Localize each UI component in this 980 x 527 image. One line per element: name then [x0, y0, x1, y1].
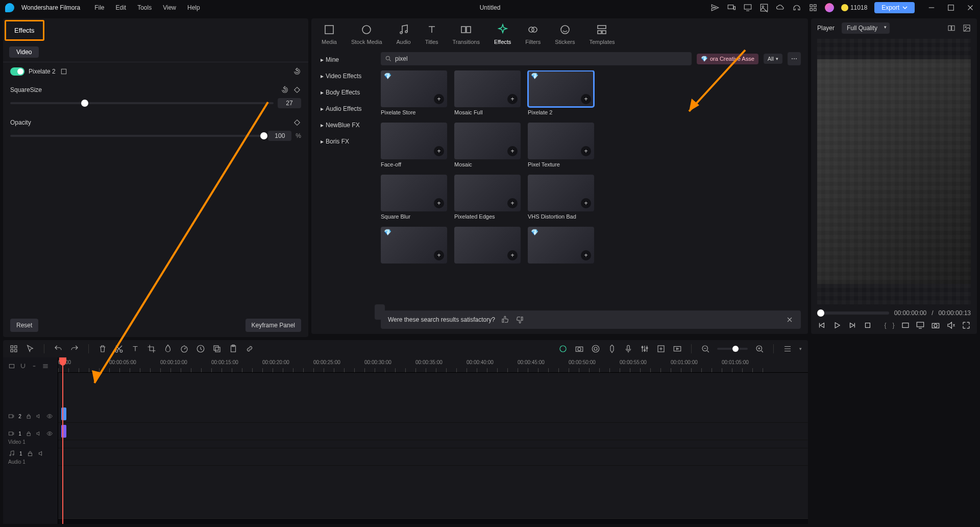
reset-effect-icon[interactable]	[293, 67, 301, 76]
gallery-item[interactable]: 💎 + Pixelate 2	[528, 70, 594, 115]
feedback-close-icon[interactable]	[786, 316, 794, 324]
opacity-value[interactable]: 100	[268, 131, 291, 141]
timeline-ruler[interactable]: 00:0000:00:05:0000:00:10:0000:00:15:0000…	[58, 357, 808, 373]
gallery-item[interactable]: 💎 +	[381, 227, 447, 266]
maximize-icon[interactable]	[946, 3, 955, 12]
gallery-item[interactable]: + VHS Distortion Bad	[528, 175, 594, 220]
add-effect-icon[interactable]: +	[581, 94, 591, 104]
add-effect-icon[interactable]: +	[434, 198, 444, 208]
add-effect-icon[interactable]: +	[581, 250, 591, 260]
devices-icon[interactable]	[727, 3, 736, 12]
more-button[interactable]: ⋯	[788, 52, 801, 65]
video-track-2-head[interactable]: 2	[3, 408, 58, 425]
video-track-1[interactable]	[58, 423, 808, 440]
thumbs-up-icon[interactable]	[501, 316, 509, 324]
mute-track-icon[interactable]	[36, 413, 42, 420]
premium-filter[interactable]: 💎ora Creative Asse	[697, 54, 758, 64]
gallery-thumb[interactable]: 💎 +	[528, 70, 594, 107]
gallery-thumb[interactable]: +	[454, 227, 521, 264]
squaresize-slider[interactable]	[10, 102, 274, 104]
squaresize-reset-icon[interactable]	[281, 86, 289, 94]
track-area[interactable]: 00:0000:00:05:0000:00:10:0000:00:15:0000…	[58, 357, 808, 524]
minimize-icon[interactable]	[927, 3, 936, 12]
cut-icon[interactable]	[114, 344, 124, 353]
tracks-icon[interactable]	[42, 363, 49, 370]
image-icon[interactable]	[760, 3, 769, 12]
sidebar-video-effects[interactable]: ▸Video Effects	[315, 68, 375, 84]
sidebar-audio-effects[interactable]: ▸Audio Effects	[315, 101, 375, 116]
gallery-thumb[interactable]: 💎 +	[381, 70, 447, 107]
storyboard-icon[interactable]	[8, 363, 15, 370]
opacity-keyframe-icon[interactable]	[293, 118, 301, 127]
bracket-out[interactable]: }	[893, 322, 895, 329]
squaresize-keyframe-icon[interactable]	[293, 86, 301, 94]
next-frame-icon[interactable]	[848, 321, 857, 330]
tl-camera-icon[interactable]	[575, 344, 584, 353]
playhead[interactable]	[62, 357, 63, 524]
gallery-thumb[interactable]: +	[528, 175, 594, 211]
display-icon[interactable]	[916, 321, 925, 330]
add-effect-icon[interactable]: +	[581, 198, 591, 208]
mute-icon[interactable]	[946, 321, 955, 330]
tl-render-icon[interactable]	[673, 344, 682, 353]
tab-media[interactable]: Media	[322, 23, 337, 45]
sidebar-mine[interactable]: ▸Mine	[315, 52, 375, 67]
tab-audio[interactable]: Audio	[397, 23, 411, 45]
eye-icon[interactable]	[46, 430, 53, 437]
snapshot-icon[interactable]	[963, 24, 971, 32]
menu-view[interactable]: View	[163, 4, 176, 11]
sidebar-boris-fx[interactable]: ▸Boris FX	[315, 134, 375, 149]
gallery-thumb[interactable]: 💎 +	[528, 227, 594, 264]
tl-grid-icon[interactable]	[9, 344, 18, 353]
menu-help[interactable]: Help	[187, 4, 200, 11]
add-effect-icon[interactable]: +	[581, 146, 591, 156]
menu-tools[interactable]: Tools	[137, 4, 152, 11]
thumbs-down-icon[interactable]	[516, 316, 524, 324]
prev-frame-icon[interactable]	[817, 321, 826, 330]
green-circle-icon[interactable]	[558, 344, 568, 353]
tl-cursor-icon[interactable]	[26, 344, 35, 353]
user-avatar[interactable]	[825, 3, 834, 12]
duration-icon[interactable]	[196, 344, 205, 353]
effects-subtab-video[interactable]: Video	[9, 46, 39, 58]
mute-track-icon[interactable]	[38, 450, 45, 457]
gallery-item[interactable]: +	[454, 227, 521, 266]
headphones-icon[interactable]	[792, 3, 801, 12]
audio-track-1[interactable]	[58, 448, 808, 466]
bracket-in[interactable]: {	[885, 322, 887, 329]
gallery-item[interactable]: + Mosaic Full	[454, 70, 521, 115]
effect-enable-toggle[interactable]	[10, 67, 24, 76]
gallery-item[interactable]: + Face-off	[381, 123, 447, 167]
close-icon[interactable]	[966, 3, 975, 12]
tl-copy-icon[interactable]	[212, 344, 222, 353]
eye-icon[interactable]	[46, 413, 53, 420]
preview-scrubber[interactable]	[817, 312, 889, 315]
add-effect-icon[interactable]: +	[434, 250, 444, 260]
points-badge[interactable]: 11018	[841, 4, 867, 11]
speed-icon[interactable]	[180, 344, 189, 353]
add-effect-icon[interactable]: +	[507, 94, 518, 104]
opacity-slider[interactable]	[10, 135, 264, 137]
lock-icon[interactable]	[26, 430, 32, 437]
lock-icon[interactable]	[27, 450, 34, 457]
add-effect-icon[interactable]: +	[434, 146, 444, 156]
gallery-thumb[interactable]: +	[454, 123, 521, 159]
gallery-item[interactable]: 💎 +	[528, 227, 594, 266]
menu-edit[interactable]: Edit	[116, 4, 127, 11]
tab-transitions[interactable]: Transitions	[453, 23, 480, 45]
tab-stock-media[interactable]: Stock Media	[351, 23, 382, 45]
tl-text-icon[interactable]	[131, 344, 140, 353]
mic-icon[interactable]	[624, 344, 633, 353]
redo-icon[interactable]	[70, 344, 79, 353]
mixer-icon[interactable]	[640, 344, 649, 353]
undo-icon[interactable]	[54, 344, 63, 353]
zoom-out-icon[interactable]	[701, 344, 710, 353]
gallery-item[interactable]: + Mosaic	[454, 123, 521, 167]
magnet-icon[interactable]	[19, 363, 27, 370]
tl-add-media-icon[interactable]	[656, 344, 666, 353]
apps-icon[interactable]	[808, 3, 818, 12]
tab-stickers[interactable]: Stickers	[555, 23, 575, 45]
effects-panel-tab[interactable]: Effects	[5, 20, 44, 40]
record-icon[interactable]	[591, 344, 600, 353]
squaresize-value[interactable]: 27	[278, 98, 301, 108]
